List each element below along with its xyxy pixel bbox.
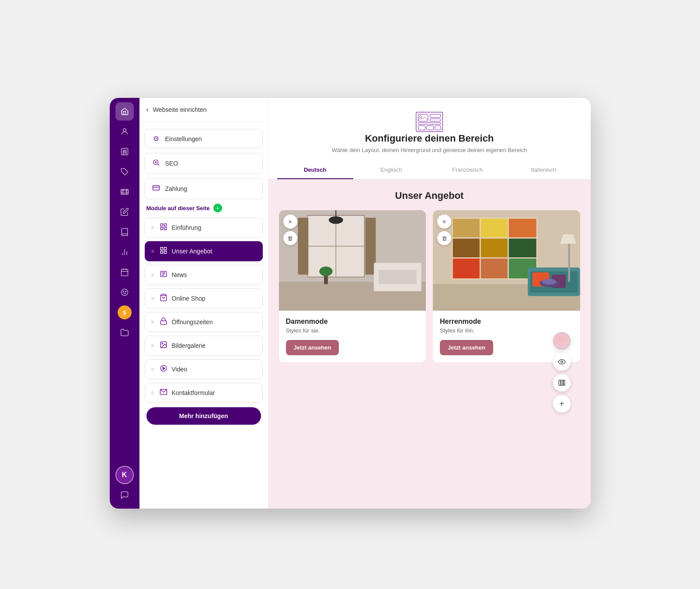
seo-label: SEO — [165, 160, 178, 167]
nav-icon-files[interactable] — [115, 323, 134, 342]
svg-rect-74 — [563, 380, 564, 385]
nav-icon-face[interactable] — [115, 283, 134, 301]
video-label: Video — [172, 366, 188, 373]
add-section-button[interactable]: + — [553, 395, 571, 412]
module-bildergalerie[interactable]: ≡ Bildergalerie — [145, 336, 263, 356]
svg-rect-50 — [481, 218, 508, 237]
bildergalerie-label: Bildergalerie — [172, 342, 206, 349]
zahlung-label: Zahlung — [165, 185, 188, 192]
svg-rect-56 — [481, 259, 508, 279]
sidebar-title: Webseite einrichten — [153, 106, 207, 113]
svg-rect-3 — [121, 269, 128, 276]
svg-rect-52 — [453, 239, 480, 257]
left-nav: $ K — [110, 98, 139, 509]
news-label: News — [172, 271, 187, 278]
back-button[interactable]: ‹ — [146, 106, 149, 114]
svg-point-70 — [542, 279, 557, 284]
sidebar-seo[interactable]: SEO — [145, 153, 263, 174]
module-news[interactable]: ≡ News — [145, 265, 263, 285]
nav-icon-film[interactable] — [115, 183, 134, 201]
einstellungen-icon: ⚙ — [151, 135, 161, 143]
columns-button[interactable] — [553, 374, 571, 392]
card-delete-damen[interactable]: 🗑 — [283, 231, 297, 245]
svg-point-21 — [162, 343, 163, 344]
nav-icon-chart[interactable] — [115, 243, 134, 261]
modules-title: Module auf dieser Seite — [146, 205, 210, 211]
modules-header: Module auf dieser Seite + — [146, 204, 261, 212]
oeffnungszeiten-icon — [159, 317, 168, 327]
tab-franzoesisch[interactable]: Französisch — [429, 161, 505, 179]
svg-rect-29 — [418, 123, 440, 125]
svg-rect-8 — [153, 186, 159, 191]
drag-handle-einfuehrung: ≡ — [151, 225, 154, 231]
mehr-hinzufuegen-button[interactable]: Mehr hinzufügen — [146, 407, 261, 425]
tab-italienisch[interactable]: Italienisch — [505, 161, 582, 179]
einfuehrung-label: Einführung — [172, 224, 202, 231]
module-online-shop[interactable]: ≡ Online Shop — [145, 288, 263, 308]
card-title-herren: Herrenmode — [440, 318, 573, 326]
tab-deutsch[interactable]: Deutsch — [277, 161, 353, 179]
zahlung-icon — [151, 184, 161, 194]
sidebar-zahlung[interactable]: Zahlung — [145, 178, 263, 199]
nav-icon-book[interactable] — [115, 223, 134, 241]
eye-button[interactable] — [553, 353, 571, 371]
section-title: Unser Angebot — [279, 190, 580, 201]
add-module-button[interactable]: + — [213, 204, 222, 212]
module-einfuehrung[interactable]: ≡ Einführung — [145, 218, 263, 238]
nav-icon-chat[interactable] — [115, 486, 134, 504]
module-video[interactable]: ≡ Video — [145, 359, 263, 379]
svg-point-0 — [123, 128, 126, 132]
module-oeffnungszeiten[interactable]: ≡ Öffnungszeiten — [145, 312, 263, 332]
nav-bottom: K — [115, 466, 134, 504]
nav-icon-tag[interactable] — [115, 163, 134, 181]
right-panel: + — [553, 332, 571, 412]
main-content: Konfiguriere deinen Bereich Wähle dein L… — [268, 98, 591, 509]
svg-rect-73 — [561, 380, 563, 385]
module-unser-angebot[interactable]: ≡ Unser Angebot — [145, 241, 263, 261]
nav-icon-calendar[interactable] — [115, 263, 134, 281]
module-kontaktformular[interactable]: ≡ Kontaktformular — [145, 383, 263, 403]
news-icon — [159, 270, 168, 280]
einstellungen-label: Einstellungen — [165, 135, 202, 142]
cards-row: ≡ 🗑 Damenmode Styles für sie. Jetzt anse… — [279, 210, 580, 362]
nav-icon-users[interactable] — [115, 122, 134, 141]
unser-angebot-label: Unser Angebot — [172, 248, 212, 255]
card-title-damen: Damenmode — [286, 318, 419, 326]
svg-rect-53 — [481, 239, 508, 257]
online-shop-label: Online Shop — [172, 295, 205, 302]
oeffnungszeiten-label: Öffnungszeiten — [172, 319, 213, 326]
card-cta-damen[interactable]: Jetzt ansehen — [286, 340, 339, 355]
kontaktformular-icon — [159, 388, 168, 398]
tab-englisch[interactable]: Englisch — [353, 161, 429, 179]
svg-marker-23 — [163, 367, 165, 370]
nav-icon-edit[interactable] — [115, 203, 134, 221]
nav-avatar-k[interactable]: K — [115, 466, 134, 484]
nav-icon-home[interactable] — [115, 102, 134, 121]
seo-icon — [151, 159, 161, 168]
svg-rect-25 — [416, 112, 443, 132]
svg-point-6 — [125, 291, 126, 292]
svg-point-46 — [319, 267, 332, 276]
drag-handle-video: ≡ — [151, 366, 154, 372]
drag-handle-oeffnungszeiten: ≡ — [151, 319, 154, 325]
card-subtitle-damen: Styles für sie. — [286, 327, 419, 334]
svg-point-5 — [123, 291, 124, 292]
color-swatch-button[interactable] — [553, 332, 571, 350]
sidebar: ‹ Webseite einrichten ⚙ Einstellungen SE… — [139, 98, 268, 509]
sidebar-einstellungen[interactable]: ⚙ Einstellungen — [145, 129, 263, 149]
nav-icon-coin[interactable]: $ — [115, 303, 134, 322]
svg-rect-32 — [435, 126, 441, 130]
app-window: $ K ‹ Webseite einrichten ⚙ Einstel — [110, 98, 591, 509]
drag-handle-online-shop: ≡ — [151, 295, 154, 301]
card-damenmode: ≡ 🗑 Damenmode Styles für sie. Jetzt anse… — [279, 210, 426, 362]
svg-rect-15 — [160, 251, 163, 253]
card-cta-herren[interactable]: Jetzt ansehen — [440, 340, 493, 355]
card-move-damen[interactable]: ≡ — [283, 215, 297, 229]
outer-wrapper: $ K ‹ Webseite einrichten ⚙ Einstel — [97, 72, 604, 517]
svg-rect-31 — [427, 126, 434, 130]
card-move-herren[interactable]: ≡ — [437, 215, 451, 229]
nav-icon-building[interactable] — [115, 142, 134, 161]
einfuehrung-icon — [159, 223, 168, 232]
card-delete-herren[interactable]: 🗑 — [437, 231, 451, 245]
drag-handle-news: ≡ — [151, 272, 154, 278]
